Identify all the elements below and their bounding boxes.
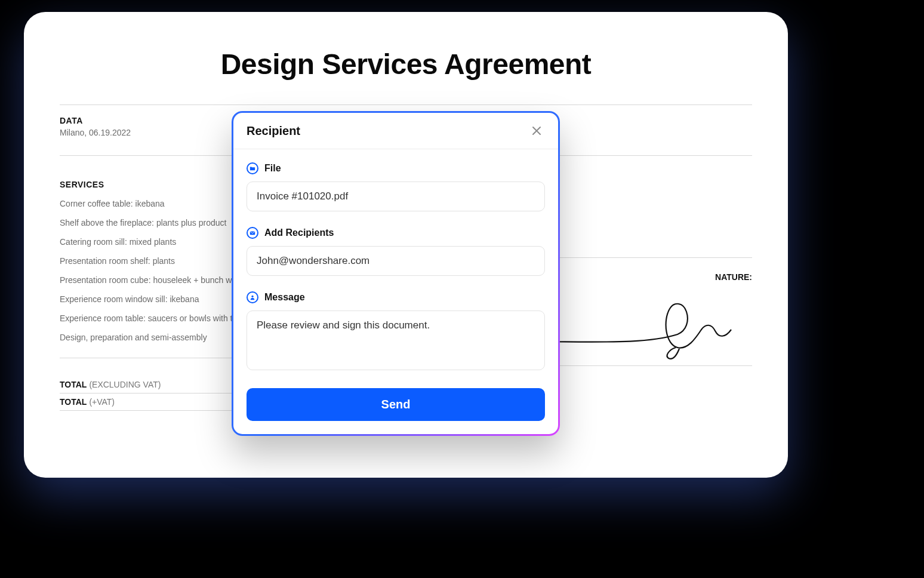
close-button[interactable] <box>528 122 545 139</box>
modal-header: Recipient <box>233 113 558 149</box>
recipient-modal: Recipient File <box>232 111 560 436</box>
file-label-text: File <box>264 163 281 174</box>
close-icon <box>532 126 541 136</box>
recipients-label-text: Add Recipients <box>264 227 334 238</box>
modal-title: Recipient <box>247 124 300 138</box>
total-sublabel: (EXCLUDING VAT) <box>89 380 161 389</box>
signature-area <box>537 282 752 365</box>
recipients-field-label: Add Recipients <box>247 227 545 239</box>
person-icon <box>247 291 258 303</box>
message-field-label: Message <box>247 291 545 303</box>
total-label: TOTAL <box>60 380 87 389</box>
send-button[interactable]: Send <box>247 388 545 421</box>
divider <box>537 257 752 258</box>
total-label: TOTAL <box>60 397 87 407</box>
message-label-text: Message <box>264 292 305 303</box>
message-textarea[interactable] <box>247 310 545 370</box>
total-sublabel: (+VAT) <box>89 397 115 407</box>
recipients-input[interactable] <box>247 246 545 276</box>
file-input[interactable] <box>247 182 545 211</box>
divider <box>60 104 752 105</box>
mail-icon <box>247 227 258 239</box>
file-field-label: File <box>247 162 545 174</box>
svg-point-1 <box>251 296 253 297</box>
signature-icon <box>525 288 764 371</box>
document-title: Design Services Agreement <box>60 48 752 81</box>
folder-icon <box>247 162 258 174</box>
signature-label: NATURE: <box>537 272 752 282</box>
